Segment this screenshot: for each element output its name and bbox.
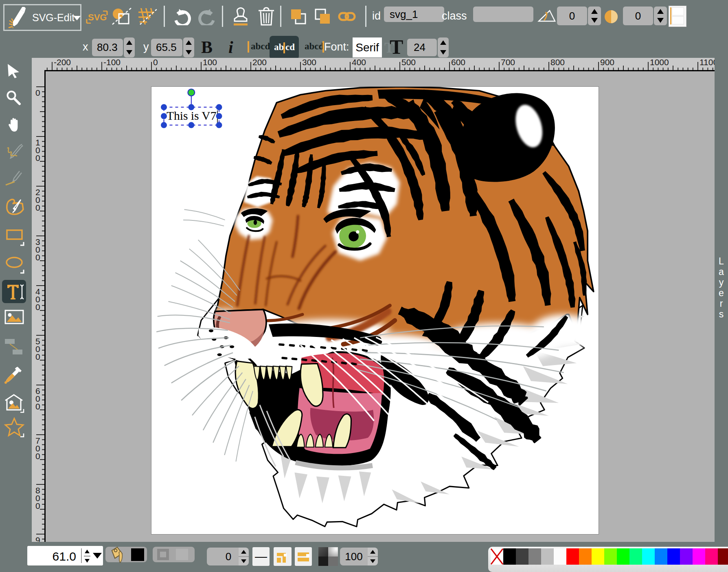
svg-text:0: 0 [35, 253, 40, 262]
svg-text:300: 300 [302, 58, 316, 67]
svg-text:100: 100 [203, 58, 217, 67]
svg-text:0: 0 [35, 501, 40, 510]
svg-text:-100: -100 [103, 58, 121, 67]
svg-text:600: 600 [451, 58, 465, 67]
svg-text:700: 700 [501, 58, 515, 67]
svg-text:400: 400 [352, 58, 366, 67]
svg-text:SVG: SVG [88, 12, 107, 22]
svg-text:0: 0 [35, 88, 40, 97]
svg-text:200: 200 [252, 58, 267, 67]
svg-text:0: 0 [153, 58, 158, 67]
svg-text:0: 0 [35, 302, 40, 312]
svg-text:9: 9 [35, 535, 40, 542]
svg-text:900: 900 [600, 58, 614, 67]
svg-text:0: 0 [35, 203, 40, 212]
svg-text:1100: 1100 [699, 58, 715, 67]
svg-text:1000: 1000 [650, 58, 669, 67]
svg-text:0: 0 [35, 153, 40, 163]
svg-text:0: 0 [35, 451, 40, 461]
svg-text:-200: -200 [54, 58, 71, 67]
svg-text:800: 800 [550, 58, 565, 67]
svg-text:0: 0 [35, 402, 40, 411]
svg-text:500: 500 [401, 58, 416, 67]
svg-text:0: 0 [35, 352, 40, 361]
